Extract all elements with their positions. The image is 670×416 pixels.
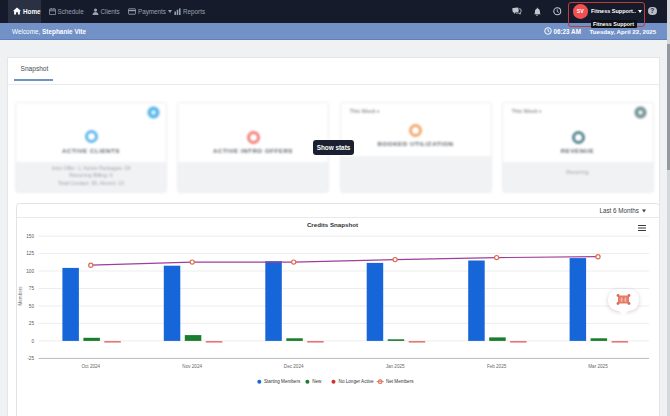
svg-text:Last 6 Months: Last 6 Months [599, 207, 639, 214]
svg-text:Net Members: Net Members [386, 379, 414, 384]
svg-text:Nov 2024: Nov 2024 [182, 364, 202, 369]
svg-text:50: 50 [29, 304, 35, 309]
svg-text:Jan 2025: Jan 2025 [386, 364, 405, 369]
svg-text:100: 100 [26, 269, 34, 274]
svg-text:Dec 2024: Dec 2024 [284, 364, 304, 369]
svg-text:Mar 2025: Mar 2025 [588, 364, 608, 369]
svg-text:Members: Members [18, 286, 23, 306]
svg-text:Feb 2025: Feb 2025 [487, 364, 507, 369]
svg-text:Credits Snapshot: Credits Snapshot [307, 221, 358, 228]
svg-text:Starting Members: Starting Members [264, 379, 301, 384]
svg-text:25: 25 [29, 321, 35, 326]
svg-text:75: 75 [29, 286, 35, 291]
svg-text:125: 125 [26, 251, 34, 256]
svg-text:-25: -25 [27, 356, 34, 361]
svg-text:150: 150 [26, 234, 34, 239]
svg-text:New: New [312, 379, 322, 384]
svg-text:0: 0 [31, 339, 34, 344]
svg-text:No Longer Active: No Longer Active [339, 379, 374, 384]
svg-text:Oct 2024: Oct 2024 [81, 364, 100, 369]
